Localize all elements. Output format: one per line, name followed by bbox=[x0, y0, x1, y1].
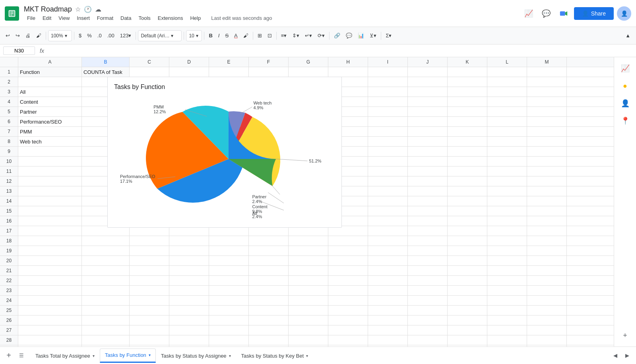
cell-d28[interactable] bbox=[169, 335, 209, 345]
cell-e25[interactable] bbox=[209, 306, 249, 315]
cell-m29[interactable] bbox=[527, 345, 567, 347]
cell-j16[interactable] bbox=[408, 216, 448, 226]
cell-a18[interactable] bbox=[18, 236, 82, 246]
col-header-c[interactable]: C bbox=[130, 57, 169, 67]
cell-a27[interactable] bbox=[18, 325, 82, 335]
cell-i13[interactable] bbox=[368, 186, 408, 196]
cell-l5[interactable] bbox=[487, 107, 527, 116]
cell-d23[interactable] bbox=[169, 286, 209, 295]
cell-l23[interactable] bbox=[487, 286, 527, 295]
cell-i17[interactable] bbox=[368, 226, 408, 236]
cell-f1[interactable] bbox=[249, 67, 289, 77]
cell-j24[interactable] bbox=[408, 296, 448, 305]
cell-a16[interactable] bbox=[18, 216, 82, 226]
history-icon[interactable]: 🕐 bbox=[84, 6, 92, 13]
cell-i21[interactable] bbox=[368, 266, 408, 275]
cell-l2[interactable] bbox=[487, 77, 527, 87]
chart-container[interactable]: Tasks by Function bbox=[107, 77, 342, 228]
cell-d20[interactable] bbox=[169, 256, 209, 265]
cell-f20[interactable] bbox=[249, 256, 289, 265]
cell-h28[interactable] bbox=[328, 335, 368, 345]
cell-b29[interactable] bbox=[82, 345, 130, 347]
cell-l29[interactable] bbox=[487, 345, 527, 347]
cell-m3[interactable] bbox=[527, 87, 567, 97]
strikethrough-button[interactable]: S bbox=[223, 30, 231, 41]
italic-button[interactable]: I bbox=[216, 30, 222, 41]
cell-m9[interactable] bbox=[527, 147, 567, 156]
cell-e22[interactable] bbox=[209, 276, 249, 285]
cell-l27[interactable] bbox=[487, 325, 527, 335]
sheet-tab-4-arrow[interactable]: ▾ bbox=[306, 354, 308, 358]
avatar[interactable]: 👤 bbox=[617, 6, 631, 21]
cell-c27[interactable] bbox=[130, 325, 169, 335]
cell-l8[interactable] bbox=[487, 137, 527, 146]
cell-i14[interactable] bbox=[368, 196, 408, 206]
formula-input[interactable] bbox=[49, 48, 633, 54]
cell-k20[interactable] bbox=[448, 256, 487, 265]
cell-k18[interactable] bbox=[448, 236, 487, 246]
cell-m24[interactable] bbox=[527, 296, 567, 305]
cell-j20[interactable] bbox=[408, 256, 448, 265]
sheet-tab-2[interactable]: Tasks by Function ▾ bbox=[100, 349, 156, 363]
col-header-h[interactable]: H bbox=[328, 57, 368, 67]
cell-l28[interactable] bbox=[487, 335, 527, 345]
cell-k9[interactable] bbox=[448, 147, 487, 156]
col-header-g[interactable]: G bbox=[289, 57, 328, 67]
cell-l9[interactable] bbox=[487, 147, 527, 156]
sheet-tab-3[interactable]: Tasks by Status by Assignee ▾ bbox=[156, 349, 236, 363]
col-header-d[interactable]: D bbox=[169, 57, 209, 67]
cell-i27[interactable] bbox=[368, 325, 408, 335]
cell-k16[interactable] bbox=[448, 216, 487, 226]
cell-l6[interactable] bbox=[487, 117, 527, 126]
col-header-a[interactable]: A bbox=[18, 57, 82, 67]
cell-j8[interactable] bbox=[408, 137, 448, 146]
cell-j6[interactable] bbox=[408, 117, 448, 126]
cell-b27[interactable] bbox=[82, 325, 130, 335]
cell-j1[interactable] bbox=[408, 67, 448, 77]
cell-m5[interactable] bbox=[527, 107, 567, 116]
cell-f21[interactable] bbox=[249, 266, 289, 275]
cell-e23[interactable] bbox=[209, 286, 249, 295]
percent-button[interactable]: % bbox=[85, 30, 94, 41]
cell-a26[interactable] bbox=[18, 316, 82, 325]
print-button[interactable]: 🖨 bbox=[23, 30, 33, 41]
cell-e18[interactable] bbox=[209, 236, 249, 246]
insert-link-button[interactable]: 🔗 bbox=[332, 30, 343, 41]
cell-i26[interactable] bbox=[368, 316, 408, 325]
cell-m21[interactable] bbox=[527, 266, 567, 275]
cell-m4[interactable] bbox=[527, 97, 567, 106]
cell-c1[interactable] bbox=[130, 67, 169, 77]
col-header-e[interactable]: E bbox=[209, 57, 249, 67]
cell-k17[interactable] bbox=[448, 226, 487, 236]
cell-k3[interactable] bbox=[448, 87, 487, 97]
cell-g25[interactable] bbox=[289, 306, 328, 315]
sheet-tab-1[interactable]: Tasks Total by Assignee ▾ bbox=[30, 349, 100, 363]
cell-d19[interactable] bbox=[169, 246, 209, 256]
cell-m13[interactable] bbox=[527, 186, 567, 196]
cell-j5[interactable] bbox=[408, 107, 448, 116]
cell-k14[interactable] bbox=[448, 196, 487, 206]
cell-d24[interactable] bbox=[169, 296, 209, 305]
cell-i7[interactable] bbox=[368, 127, 408, 136]
cell-f25[interactable] bbox=[249, 306, 289, 315]
cell-l18[interactable] bbox=[487, 236, 527, 246]
cell-a3[interactable]: All bbox=[18, 87, 82, 97]
col-header-m[interactable]: M bbox=[527, 57, 567, 67]
cell-b22[interactable] bbox=[82, 276, 130, 285]
cell-b26[interactable] bbox=[82, 316, 130, 325]
borders-button[interactable]: ⊞ bbox=[255, 30, 264, 41]
cell-k29[interactable] bbox=[448, 345, 487, 347]
cell-j28[interactable] bbox=[408, 335, 448, 345]
cell-a14[interactable] bbox=[18, 196, 82, 206]
cell-a25[interactable] bbox=[18, 306, 82, 315]
cell-c18[interactable] bbox=[130, 236, 169, 246]
cell-l24[interactable] bbox=[487, 296, 527, 305]
cell-j26[interactable] bbox=[408, 316, 448, 325]
cell-l26[interactable] bbox=[487, 316, 527, 325]
cell-j29[interactable] bbox=[408, 345, 448, 347]
menu-help[interactable]: Help bbox=[187, 14, 204, 22]
cell-b21[interactable] bbox=[82, 266, 130, 275]
cell-c19[interactable] bbox=[130, 246, 169, 256]
cell-m28[interactable] bbox=[527, 335, 567, 345]
comments-icon[interactable]: 💬 bbox=[539, 6, 553, 21]
